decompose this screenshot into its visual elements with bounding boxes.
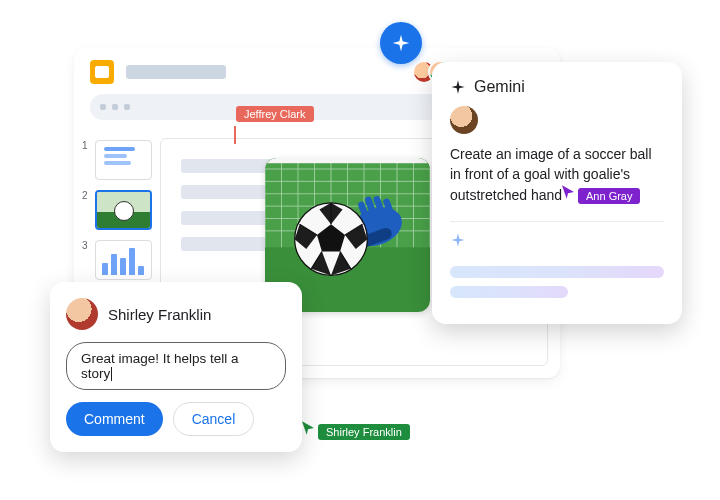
slides-logo-icon [90, 60, 114, 84]
slide-thumbnail[interactable]: 3 [82, 240, 152, 280]
doc-title-placeholder[interactable] [126, 65, 226, 79]
gemini-user-avatar [450, 106, 478, 134]
comment-author-name: Shirley Franklin [108, 306, 211, 323]
collaborator-label: Jeffrey Clark [236, 106, 314, 122]
collaborator-pointer-shirley: Shirley Franklin [300, 420, 410, 440]
svg-rect-22 [265, 158, 430, 163]
comment-cancel-button[interactable]: Cancel [173, 402, 255, 436]
slide-number: 3 [82, 240, 90, 251]
collaborator-label: Shirley Franklin [318, 424, 410, 440]
gemini-response-skeleton [450, 266, 664, 298]
slide-number: 1 [82, 140, 90, 151]
gemini-spark-icon [450, 79, 466, 95]
slide-thumbnail[interactable]: 1 [82, 140, 152, 180]
comment-author-avatar [66, 298, 98, 330]
gemini-title: Gemini [474, 78, 525, 96]
comment-input[interactable]: Great image! It helps tell a story [66, 342, 286, 390]
text-caret-icon [111, 367, 112, 381]
gemini-panel: Gemini Create an image of a soccer ball … [432, 62, 682, 324]
gemini-badge-icon[interactable] [380, 22, 422, 64]
slide-thumbnail[interactable]: 2 [82, 190, 152, 230]
comment-draft-text: Great image! It helps tell a story [81, 351, 239, 381]
slide-number: 2 [82, 190, 90, 201]
divider [450, 221, 664, 222]
comment-card: Shirley Franklin Great image! It helps t… [50, 282, 302, 452]
comment-submit-button[interactable]: Comment [66, 402, 163, 436]
collaborator-label: Ann Gray [578, 188, 640, 204]
gemini-response-spark-icon [450, 232, 466, 252]
collaborator-pointer-ann: Ann Gray [560, 184, 640, 204]
